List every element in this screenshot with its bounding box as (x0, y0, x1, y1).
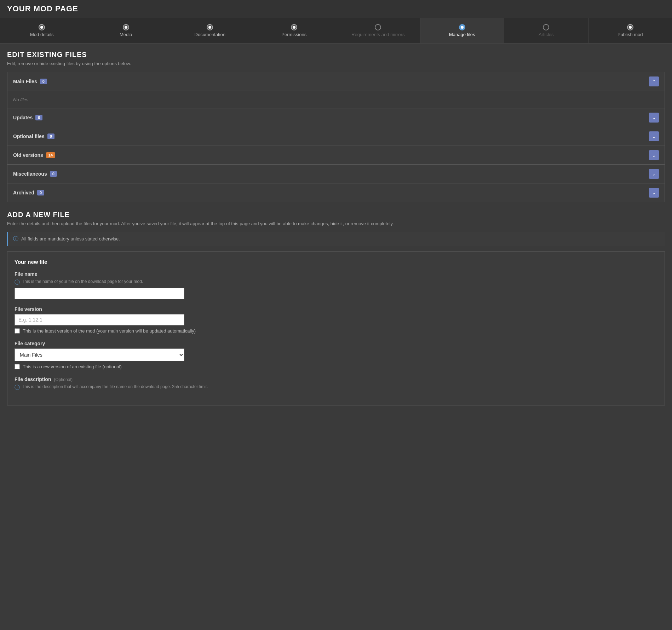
edit-files-subtitle: Edit, remove or hide existing files by u… (7, 61, 665, 66)
tab-documentation-radio (207, 24, 213, 30)
accordion-optional-files-header[interactable]: Optional files 0 ⌄ (7, 127, 665, 146)
edit-files-section: EDIT EXISTING FILES Edit, remove or hide… (7, 51, 665, 202)
tab-requirements-radio (375, 24, 381, 30)
main-files-label: Main Files (13, 79, 37, 84)
accordion-miscellaneous-header[interactable]: Miscellaneous 0 ⌄ (7, 165, 665, 183)
file-version-checkbox-row: This is the latest version of the mod (y… (15, 328, 657, 334)
form-card-title: Your new file (15, 259, 657, 265)
tab-publish-mod[interactable]: Publish mod (588, 18, 672, 43)
new-version-checkbox-row: This is a new version of an existing fil… (15, 364, 657, 369)
updates-toggle[interactable]: ⌄ (649, 113, 659, 123)
tab-articles: Articles (504, 18, 588, 43)
main-files-badge: 0 (40, 79, 47, 84)
old-versions-badge: 14 (46, 152, 55, 158)
page-title-bar: YOUR MOD PAGE (0, 0, 672, 18)
info-icon: ⓘ (13, 235, 18, 242)
content-area: EDIT EXISTING FILES Edit, remove or hide… (0, 44, 672, 413)
archived-label: Archived (13, 190, 34, 195)
file-description-group: File description (Optional) ⓘ This is th… (15, 376, 657, 391)
new-version-checkbox[interactable] (15, 364, 20, 369)
file-version-group: File version This is the latest version … (15, 306, 657, 334)
miscellaneous-toggle[interactable]: ⌄ (649, 169, 659, 179)
file-name-info-icon: ⓘ (15, 279, 20, 286)
add-file-section: ADD A NEW FILE Enter the details and the… (7, 211, 665, 405)
miscellaneous-label: Miscellaneous (13, 171, 47, 177)
tab-publish-mod-radio (627, 24, 633, 30)
miscellaneous-badge: 0 (50, 171, 57, 177)
tab-mod-details[interactable]: Mod details (0, 18, 84, 43)
add-file-title: ADD A NEW FILE (7, 211, 665, 219)
optional-files-badge: 0 (47, 134, 54, 139)
file-name-hint: ⓘ This is the name of your file on the d… (15, 279, 657, 286)
mandatory-note: All fields are mandatory unless stated o… (21, 236, 120, 242)
file-description-hint: ⓘ This is the description that will acco… (15, 384, 657, 391)
add-file-subtitle: Enter the details and then upload the fi… (7, 221, 665, 226)
nav-tabs: Mod details Media Documentation Permissi… (0, 18, 672, 44)
latest-version-label: This is the latest version of the mod (y… (23, 328, 196, 334)
page-title: YOUR MOD PAGE (7, 4, 665, 13)
tab-permissions[interactable]: Permissions (252, 18, 337, 43)
main-files-no-files: No files (13, 97, 28, 102)
file-description-label: File description (Optional) (15, 376, 657, 382)
tab-manage-files-radio (459, 24, 465, 30)
old-versions-label: Old versions (13, 152, 43, 158)
tab-media-radio (123, 24, 129, 30)
file-name-group: File name ⓘ This is the name of your fil… (15, 271, 657, 299)
updates-label: Updates (13, 115, 33, 120)
new-version-label: This is a new version of an existing fil… (23, 364, 122, 369)
accordion-main-files-header[interactable]: Main Files 0 ⌃ (7, 72, 665, 91)
updates-badge: 0 (35, 115, 42, 120)
file-category-group: File category Main Files Updates Optiona… (15, 341, 657, 369)
latest-version-checkbox[interactable] (15, 328, 20, 334)
tab-documentation[interactable]: Documentation (168, 18, 252, 43)
accordion-updates-header[interactable]: Updates 0 ⌄ (7, 108, 665, 127)
file-name-input[interactable] (15, 288, 184, 299)
accordion-old-versions-header[interactable]: Old versions 14 ⌄ (7, 146, 665, 165)
tab-manage-files[interactable]: Manage files (420, 18, 505, 43)
optional-files-toggle[interactable]: ⌄ (649, 131, 659, 141)
mandatory-info-box: ⓘ All fields are mandatory unless stated… (7, 232, 665, 246)
tab-media[interactable]: Media (84, 18, 168, 43)
archived-badge: 0 (37, 190, 44, 195)
file-category-select[interactable]: Main Files Updates Optional files Old ve… (15, 348, 184, 361)
old-versions-toggle[interactable]: ⌄ (649, 150, 659, 160)
archived-toggle[interactable]: ⌄ (649, 188, 659, 198)
file-description-info-icon: ⓘ (15, 384, 20, 391)
page-wrapper: YOUR MOD PAGE Mod details Media Document… (0, 0, 672, 630)
tab-articles-radio (543, 24, 549, 30)
accordion-archived-header[interactable]: Archived 0 ⌄ (7, 183, 665, 202)
file-category-label: File category (15, 341, 657, 346)
form-card: Your new file File name ⓘ This is the na… (7, 251, 665, 405)
file-version-label: File version (15, 306, 657, 312)
main-files-toggle[interactable]: ⌃ (649, 76, 659, 86)
tab-permissions-radio (291, 24, 297, 30)
main-files-body: No files (7, 91, 665, 108)
file-accordion: Main Files 0 ⌃ No files Updates 0 ⌄ (7, 72, 665, 202)
optional-files-label: Optional files (13, 134, 45, 139)
edit-files-title: EDIT EXISTING FILES (7, 51, 665, 59)
tab-mod-details-radio (39, 24, 45, 30)
tab-requirements-and-mirrors: Requirements and mirrors (336, 18, 420, 43)
file-name-label: File name (15, 271, 657, 277)
file-version-input[interactable] (15, 314, 184, 325)
